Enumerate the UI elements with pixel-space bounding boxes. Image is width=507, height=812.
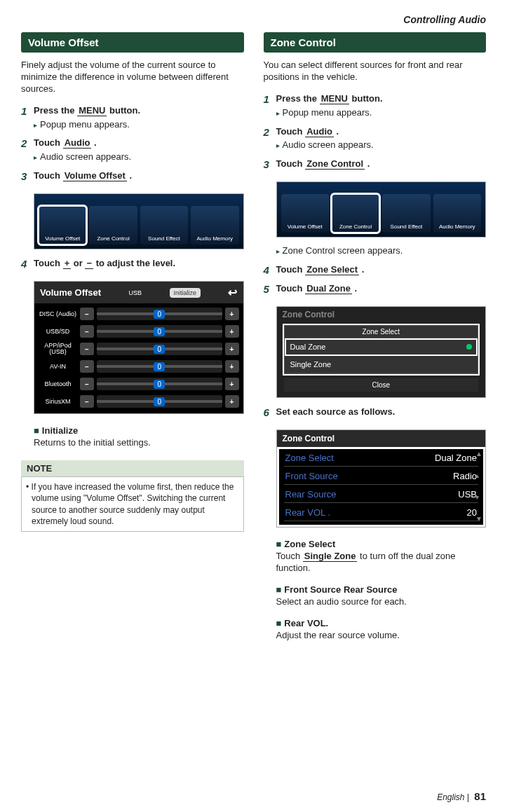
tab-volume-offset[interactable]: Volume Offset: [281, 194, 329, 233]
zs-header: Zone Control: [277, 307, 486, 322]
minus-button[interactable]: −: [80, 378, 94, 390]
plus-button[interactable]: +: [225, 325, 239, 338]
scroll-down-small-icon[interactable]: ▾: [475, 493, 482, 501]
step-number: 2: [21, 137, 34, 163]
intro-text: Finely adjust the volume of the current …: [21, 60, 244, 95]
zc-value: USB: [458, 489, 477, 500]
step-4: 4 Touch Zone Select .: [264, 264, 487, 276]
screenshot-audio-tabs-right: Volume Offset Zone Control Sound Effect …: [276, 181, 487, 238]
dual-zone-option[interactable]: Dual Zone: [285, 338, 478, 356]
audio-button-label: Audio: [305, 126, 334, 137]
initialize-desc: Returns to the initial settings.: [34, 437, 244, 449]
scroll-up-icon[interactable]: ▲: [475, 450, 482, 457]
vo-slider[interactable]: 0: [97, 308, 222, 320]
zone-select-subtitle: Zone Select: [284, 539, 335, 549]
step-result: Audio screen appears.: [276, 139, 487, 151]
bullet-marker: ■: [276, 618, 282, 628]
minus-button[interactable]: −: [80, 308, 94, 320]
tab-zone-control[interactable]: Zone Control: [332, 194, 379, 233]
single-zone-label: Single Zone: [303, 551, 358, 562]
vo-slider[interactable]: 0: [97, 343, 222, 355]
section-title-volume-offset: Volume Offset: [21, 32, 244, 53]
step-result: Popup menu appears.: [34, 119, 244, 131]
plus-button[interactable]: +: [225, 360, 239, 373]
plus-button[interactable]: +: [225, 343, 239, 355]
zc-key: Zone Select: [285, 453, 334, 463]
screenshot-zone-control: Zone Control Zone SelectDual ZoneFront S…: [276, 429, 487, 528]
vo-title: Volume Offset: [40, 287, 101, 298]
tab-volume-offset[interactable]: Volume Offset: [39, 206, 86, 245]
step-number: 2: [264, 126, 276, 152]
bullet-marker: ■: [276, 584, 282, 595]
single-zone-option[interactable]: Single Zone: [285, 356, 478, 373]
step-1: 1 Press the MENU button. Popup menu appe…: [264, 93, 487, 119]
zc-key: Rear Source: [285, 489, 337, 500]
scroll-down-icon[interactable]: ▼: [475, 515, 482, 523]
plus-button[interactable]: +: [225, 378, 239, 390]
step-5: 5 Touch Dual Zone .: [264, 283, 487, 295]
page-section-header: Controlling Audio: [21, 14, 486, 25]
minus-button-label: −: [85, 258, 93, 269]
vo-slider[interactable]: 0: [97, 378, 222, 390]
minus-button[interactable]: −: [80, 395, 94, 408]
vo-row: Bluetooth−0+: [39, 376, 239, 392]
scroll-up-small-icon[interactable]: ▴: [475, 472, 482, 479]
zc-row[interactable]: Rear VOL .20: [284, 504, 479, 521]
column-left: Volume Offset Finely adjust the volume o…: [21, 32, 244, 649]
step-3: 3 Touch Volume Offset .: [21, 170, 244, 182]
close-button[interactable]: Close: [284, 378, 479, 392]
zc-value: Dual Zone: [435, 453, 477, 463]
vo-slider[interactable]: 0: [97, 395, 222, 408]
volume-offset-button-label: Volume Offset: [63, 170, 127, 181]
zs-popup-title: Zone Select: [285, 326, 478, 338]
tab-sound-effect[interactable]: Sound Effect: [140, 206, 188, 245]
minus-button[interactable]: −: [80, 343, 94, 355]
bullet-marker: ■: [276, 539, 282, 549]
vo-row: USB/SD−0+: [39, 324, 239, 339]
zc-key: Front Source: [285, 471, 338, 481]
zc-row[interactable]: Front SourceRadio: [284, 468, 479, 485]
tab-zone-control[interactable]: Zone Control: [89, 206, 137, 245]
tab-audio-memory[interactable]: Audio Memory: [191, 206, 238, 245]
rear-vol-subtitle: Rear VOL.: [284, 618, 328, 628]
rear-source-subtitle: Rear Source: [344, 584, 398, 595]
zc-value: Radio: [453, 471, 477, 481]
step-number: 5: [264, 283, 276, 295]
zc-key: Rear VOL .: [285, 507, 331, 518]
intro-text: You can select different sources for fro…: [264, 60, 487, 83]
plus-button[interactable]: +: [225, 308, 239, 320]
note-text: If you have increased the volume first, …: [21, 476, 244, 532]
plus-button[interactable]: +: [225, 395, 239, 408]
step-number: 1: [264, 93, 276, 119]
minus-button[interactable]: −: [80, 360, 94, 373]
vo-value: 0: [154, 310, 165, 319]
page-footer: English | 81: [437, 790, 486, 802]
zone-control-button-label: Zone Control: [305, 158, 365, 170]
initialize-subtitle: Initialize: [42, 425, 78, 436]
minus-button[interactable]: −: [80, 325, 94, 338]
bullet-marker: ■: [34, 425, 39, 436]
tab-sound-effect[interactable]: Sound Effect: [382, 194, 430, 233]
rear-vol-desc: Adjust the rear source volume.: [276, 630, 487, 642]
menu-button-label: MENU: [77, 105, 107, 116]
vo-source-label: DISC (Audio): [39, 311, 77, 317]
initialize-button[interactable]: Initialize: [170, 288, 201, 298]
screenshot-zone-select: Zone Control Zone Select Dual Zone Singl…: [276, 306, 487, 398]
back-icon[interactable]: ↩: [228, 286, 237, 299]
vo-source: USB: [129, 289, 142, 296]
note-header: NOTE: [21, 460, 244, 476]
vo-value: 0: [154, 345, 165, 354]
vo-slider[interactable]: 0: [97, 360, 222, 373]
source-desc: Select an audio source for each.: [276, 596, 487, 608]
vo-source-label: USB/SD: [39, 329, 77, 335]
zc-row[interactable]: Zone SelectDual Zone: [284, 450, 479, 467]
zc-row[interactable]: Rear SourceUSB: [284, 486, 479, 503]
step-6: 6 Set each source as follows.: [264, 406, 487, 418]
tab-audio-memory[interactable]: Audio Memory: [433, 194, 481, 233]
screenshot-volume-offset: Volume Offset USB Initialize ↩ DISC (Aud…: [34, 281, 244, 414]
vo-row: SiriusXM−0+: [39, 394, 239, 409]
front-source-subtitle: Front Source: [284, 584, 341, 595]
zc-title: Zone Control: [277, 430, 486, 447]
vo-slider[interactable]: 0: [97, 325, 222, 338]
step-number: 4: [21, 258, 34, 270]
